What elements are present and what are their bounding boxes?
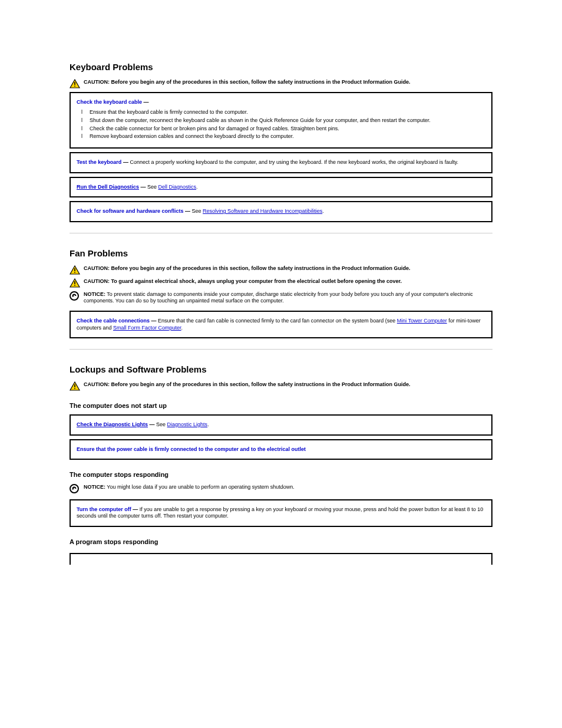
list-item: Remove keyboard extension cables and con… [77, 133, 485, 140]
link-dell-diagnostics[interactable]: Dell Diagnostics [158, 184, 197, 190]
list-item: Check the cable connector for bent or br… [77, 126, 485, 133]
dash: — [150, 421, 155, 427]
caution-body: Before you begin any of the procedures i… [111, 79, 411, 85]
link-resolving-incompat[interactable]: Resolving Software and Hardware Incompat… [203, 208, 322, 214]
test-keyboard-body: Connect a properly working keyboard to t… [130, 159, 458, 165]
notice-body: You might lose data if you are unable to… [105, 484, 295, 490]
lead-check-cable-connections: Check the cable connections [77, 318, 150, 324]
notice-label: NOTICE: [84, 291, 105, 297]
dash: — [185, 208, 190, 214]
caution-icon [70, 381, 80, 391]
caution-body: Before you begin any of the procedures i… [111, 381, 411, 387]
caution-label: CAUTION: [84, 278, 111, 284]
period: . [207, 421, 209, 427]
see-text: See [192, 208, 203, 214]
svg-point-14 [70, 485, 78, 493]
box-check-cable-connections: Check the cable connections — Ensure tha… [70, 311, 492, 338]
svg-rect-13 [74, 388, 75, 389]
caution-icon [70, 79, 80, 88]
notice-text: NOTICE: You might lose data if you are u… [84, 484, 492, 491]
box-check-keyboard-cable: Check the keyboard cable — Ensure that t… [70, 92, 492, 149]
dash: — [141, 184, 146, 190]
period: . [196, 184, 198, 190]
see-text: See [156, 421, 167, 427]
caution-fan-2: CAUTION: To guard against electrical sho… [70, 278, 492, 288]
caution-icon [70, 278, 80, 288]
turn-off-body: If you are unable to get a response by p… [77, 506, 483, 519]
heading-no-start: The computer does not start up [70, 401, 492, 410]
caution-body: To guard against electrical shock, alway… [111, 278, 402, 284]
heading-stops-responding: The computer stops responding [70, 470, 492, 479]
body-pre: Ensure that the card fan cable is connec… [158, 318, 397, 324]
caution-label: CAUTION: [84, 265, 111, 271]
lead-run-dell-diagnostics[interactable]: Run the Dell Diagnostics [77, 184, 139, 190]
period: . [322, 208, 324, 214]
see-text: See [147, 184, 158, 190]
box-check-conflicts: Check for software and hardware conflict… [70, 201, 492, 222]
caution-text: CAUTION: Before you begin any of the pro… [84, 265, 492, 272]
caution-body: Before you begin any of the procedures i… [111, 265, 411, 271]
box-power-cable: Ensure that the power cable is firmly co… [70, 439, 492, 460]
notice-body: To prevent static damage to components i… [84, 291, 473, 304]
link-diagnostic-lights[interactable]: Diagnostic Lights [167, 421, 208, 427]
caution-label: CAUTION: [84, 79, 111, 85]
notice-label: NOTICE: [84, 484, 105, 490]
svg-rect-4 [74, 268, 75, 271]
dash: — [133, 506, 138, 512]
notice-icon [70, 291, 80, 301]
body-post: . [181, 325, 183, 331]
svg-rect-1 [74, 82, 75, 85]
heading-program-stops: A program stops responding [70, 538, 492, 546]
caution-text: CAUTION: To guard against electrical sho… [84, 278, 492, 285]
list-item: Shut down the computer, reconnect the ke… [77, 117, 485, 124]
lead-check-diag-lights[interactable]: Check the Diagnostic Lights [77, 421, 148, 427]
caution-fan-1: CAUTION: Before you begin any of the pro… [70, 265, 492, 275]
dash: — [151, 318, 157, 324]
dash: — [144, 99, 149, 105]
svg-rect-5 [74, 272, 75, 273]
list-item: Ensure that the keyboard cable is firmly… [77, 109, 485, 116]
lead-check-keyboard-cable: Check the keyboard cable [77, 99, 142, 105]
caution-text: CAUTION: Before you begin any of the pro… [84, 381, 492, 388]
keyboard-cable-list: Ensure that the keyboard cable is firmly… [77, 109, 485, 140]
svg-rect-7 [74, 281, 75, 284]
dash: — [123, 159, 128, 165]
box-truncated [70, 553, 492, 565]
notice-data-loss: NOTICE: You might lose data if you are u… [70, 484, 492, 493]
lead-power-cable: Ensure that the power cable is firmly co… [77, 446, 306, 452]
svg-rect-12 [74, 384, 75, 387]
notice-text: NOTICE: To prevent static damage to comp… [84, 291, 492, 305]
link-mini-tower[interactable]: Mini Tower Computer [397, 318, 447, 324]
link-small-form-factor[interactable]: Small Form Factor Computer [113, 325, 181, 331]
box-test-keyboard: Test the keyboard — Connect a properly w… [70, 152, 492, 173]
heading-lockups: Lockups and Software Problems [70, 364, 492, 375]
svg-rect-8 [74, 285, 75, 286]
heading-keyboard-problems: Keyboard Problems [70, 61, 492, 73]
heading-fan-problems: Fan Problems [70, 248, 492, 259]
divider [70, 349, 492, 350]
svg-rect-2 [74, 85, 75, 87]
notice-icon [70, 484, 80, 493]
caution-keyboard: CAUTION: Before you begin any of the pro… [70, 79, 492, 88]
caution-icon [70, 265, 80, 275]
box-check-diag-lights: Check the Diagnostic Lights — See Diagno… [70, 414, 492, 436]
notice-fan: NOTICE: To prevent static damage to comp… [70, 291, 492, 305]
divider [70, 233, 492, 233]
caution-text: CAUTION: Before you begin any of the pro… [84, 79, 492, 86]
caution-lockups: CAUTION: Before you begin any of the pro… [70, 381, 492, 391]
caution-label: CAUTION: [84, 381, 111, 387]
lead-turn-computer-off: Turn the computer off [77, 506, 131, 512]
lead-test-keyboard: Test the keyboard [77, 159, 121, 165]
box-turn-computer-off: Turn the computer off — If you are unabl… [70, 499, 492, 527]
page-content: Keyboard Problems CAUTION: Before you be… [0, 0, 562, 600]
svg-point-9 [70, 292, 78, 300]
lead-check-conflicts: Check for software and hardware conflict… [77, 208, 184, 214]
box-run-dell-diagnostics: Run the Dell Diagnostics — See Dell Diag… [70, 177, 492, 198]
